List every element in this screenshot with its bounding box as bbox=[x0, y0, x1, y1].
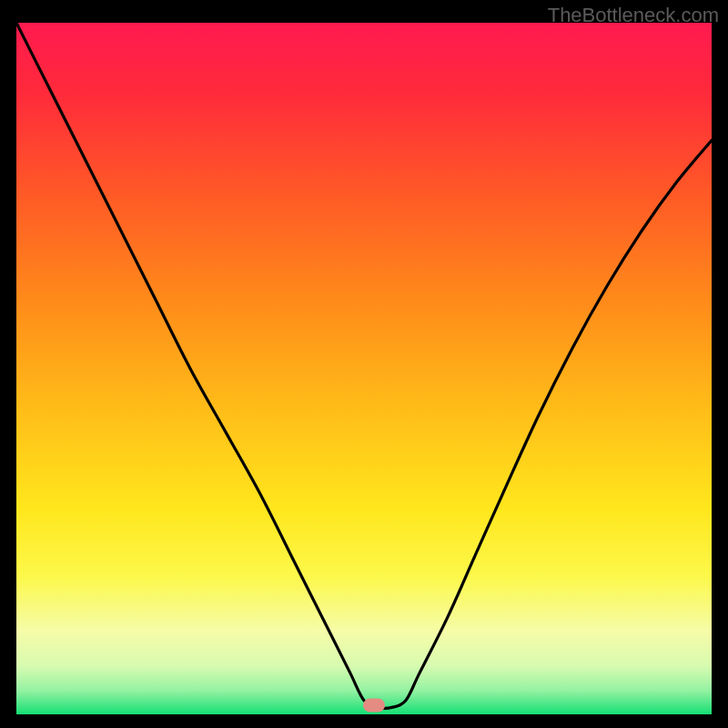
watermark-text: TheBottleneck.com bbox=[548, 4, 719, 27]
selected-config-marker bbox=[363, 699, 385, 713]
gradient-background bbox=[16, 23, 712, 714]
chart-container: TheBottleneck.com bbox=[0, 0, 728, 728]
bottleneck-plot bbox=[16, 23, 712, 714]
